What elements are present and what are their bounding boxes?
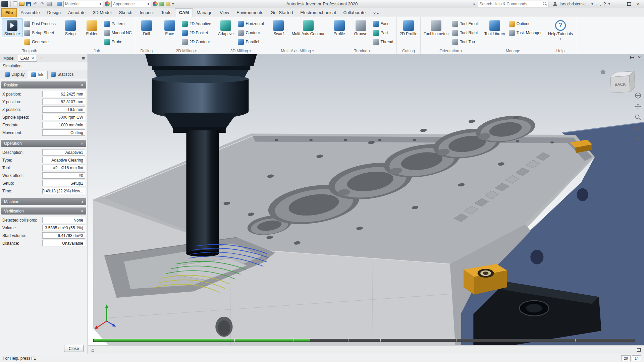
tool-library-button[interactable]: Tool Library xyxy=(482,18,507,37)
ribbon-tab-tools[interactable]: Tools xyxy=(157,9,175,17)
section-header-position[interactable]: Position « xyxy=(1,81,86,88)
window-maximize-button[interactable] xyxy=(625,1,633,7)
tool-front-button[interactable]: Tool Front xyxy=(451,19,480,28)
panel-expand-icon[interactable]: ▸ xyxy=(474,2,476,6)
zoom-icon[interactable] xyxy=(635,114,641,121)
panel-label-manage[interactable]: Manage xyxy=(482,48,544,54)
redo-icon[interactable]: ↷ xyxy=(40,1,45,7)
material-dropdown[interactable]: Material ▾ xyxy=(63,1,103,7)
feedrate-field[interactable]: 1000 mm/min xyxy=(42,122,85,128)
description-field[interactable]: Adaptive1 xyxy=(42,149,85,156)
task-manager-button[interactable]: Task Manager xyxy=(508,28,544,37)
2d-adaptive-button[interactable]: 2D Adaptive xyxy=(181,19,213,28)
setup-button[interactable]: Setup xyxy=(60,18,81,37)
panel-label-turning[interactable]: Turning▾ xyxy=(329,48,395,54)
search-icon[interactable] xyxy=(543,2,547,6)
setup-sheet-button[interactable]: Setup Sheet xyxy=(23,28,58,37)
search-input[interactable] xyxy=(478,1,548,7)
post-process-button[interactable]: Post Process xyxy=(23,19,58,28)
pattern-button[interactable]: Pattern xyxy=(103,19,134,28)
face-button[interactable]: Face xyxy=(159,18,180,37)
ribbon-tab-inspect[interactable]: Inspect xyxy=(136,9,157,17)
ribbon-tab-assemble[interactable]: Assemble xyxy=(17,9,43,17)
options-button[interactable]: Options xyxy=(508,19,544,28)
drill-button[interactable]: Drill xyxy=(136,18,157,37)
multi-axis-contour-button[interactable]: Multi-Axis Contour xyxy=(289,18,326,37)
section-header-operation[interactable]: Operation « xyxy=(1,140,86,147)
new-file-icon[interactable] xyxy=(13,1,17,6)
swarf-button[interactable]: Swarf xyxy=(268,18,289,37)
ribbon-tab-sketch[interactable]: Sketch xyxy=(115,9,136,17)
orbit-icon[interactable] xyxy=(635,125,641,131)
browser-menu-icon[interactable]: ≡ xyxy=(82,55,86,61)
start-volume-field[interactable]: 6.41793 dm^3 xyxy=(42,232,85,239)
help-menu-chevron[interactable]: ▾ xyxy=(608,2,610,6)
open-icon[interactable] xyxy=(19,2,24,6)
groove-button[interactable]: Groove xyxy=(351,18,371,37)
ribbon-tab-3d-model[interactable]: 3D Model xyxy=(89,9,115,17)
2d-profile-button[interactable]: 2D Profile xyxy=(398,18,420,37)
add-tab-button[interactable]: + xyxy=(38,56,44,61)
detected-collisions-field[interactable]: None xyxy=(42,217,85,223)
y-position-field[interactable]: -82.8107 mm xyxy=(42,99,85,105)
home-view-icon[interactable]: ⌂ xyxy=(91,347,94,353)
ribbon-tab-view[interactable]: View xyxy=(216,9,233,17)
panel-label-orientation[interactable]: Orientation▾ xyxy=(422,48,480,54)
2d-pocket-button[interactable]: 2D Pocket xyxy=(181,28,213,37)
work-offset-field[interactable]: #0 xyxy=(42,172,85,179)
ribbon-tab-collaborate[interactable]: Collaborate xyxy=(339,9,369,17)
ribbon-display-options[interactable]: ▾ xyxy=(371,12,381,17)
ribbon-tab-manage[interactable]: Manage xyxy=(193,9,216,17)
volume-field[interactable]: 3.5385 dm^3 (55.1%) xyxy=(42,225,85,231)
folder-button[interactable]: Folder xyxy=(82,18,102,37)
panel-label-toolpath[interactable]: Toolpath xyxy=(2,48,58,54)
contour-button[interactable]: Contour xyxy=(237,28,266,37)
viewport-tile-button[interactable] xyxy=(629,55,635,60)
ribbon-tab-environments[interactable]: Environments xyxy=(233,9,267,17)
2d-contour-button[interactable]: 2D Contour xyxy=(181,37,213,46)
appearance-dropdown[interactable]: Appearance ▾ xyxy=(111,1,151,7)
section-header-verification[interactable]: Verification « xyxy=(1,207,86,215)
adaptive-button[interactable]: Adaptive xyxy=(215,18,236,37)
ribbon-tab-cam[interactable]: CAM xyxy=(175,8,193,17)
simulate-button[interactable]: Simulate xyxy=(2,18,22,37)
panel-label-help[interactable]: Help xyxy=(546,48,575,54)
z-position-field[interactable]: -16.5 mm xyxy=(42,106,85,113)
pan-icon[interactable] xyxy=(635,103,641,110)
material-paint-icon[interactable] xyxy=(57,2,62,6)
panel-label-cutting[interactable]: Cutting xyxy=(398,48,420,54)
3d-viewport[interactable]: BACK ✕ xyxy=(88,54,644,345)
appearance-wheel-icon[interactable] xyxy=(153,1,158,6)
qat-customize-chevron[interactable]: ▾ xyxy=(172,2,174,6)
tab-info[interactable]: Info xyxy=(28,71,48,79)
tab-display[interactable]: Display xyxy=(2,70,28,79)
cam-browser-tab[interactable]: CAM✕ xyxy=(18,55,37,62)
signed-in-user[interactable]: lars.christense... xyxy=(560,2,589,6)
movement-field[interactable]: Cutting xyxy=(42,129,85,136)
horizontal-button[interactable]: Horizontal xyxy=(237,19,266,28)
turning-thread-button[interactable]: Thread xyxy=(372,37,395,46)
time-field[interactable]: 0:49:13 (22.2%) New... xyxy=(42,188,85,194)
tool-isometric-button[interactable]: Tool Isometric xyxy=(422,18,450,37)
turning-part-button[interactable]: Part xyxy=(372,28,395,37)
3d-scene[interactable]: BACK xyxy=(88,54,644,345)
tool-field[interactable]: #2 - Ø16 mm flat xyxy=(42,165,85,171)
type-field[interactable]: Adaptive Clearing xyxy=(42,157,85,163)
panel-label-2d-milling[interactable]: 2D Milling▾ xyxy=(159,48,213,54)
model-browser-dropdown[interactable]: Model xyxy=(1,55,16,61)
tab-statistics[interactable]: Statistics xyxy=(48,70,77,79)
profile-button[interactable]: Profile xyxy=(329,18,350,37)
sheet-icon[interactable] xyxy=(637,348,641,352)
tool-top-button[interactable]: Tool Top xyxy=(451,37,480,46)
manual-nc-button[interactable]: Manual NC xyxy=(103,28,134,37)
inventor-logo-icon[interactable] xyxy=(1,1,8,7)
close-button[interactable]: Close xyxy=(64,345,84,352)
viewport-close-button[interactable]: ✕ xyxy=(637,55,642,60)
print-icon[interactable] xyxy=(47,2,52,6)
help-tutorials-button[interactable]: Help/Tutorials ▾ xyxy=(546,18,575,42)
probe-button[interactable]: Probe xyxy=(103,37,134,46)
help-icon[interactable]: ? xyxy=(603,1,606,6)
ribbon-tab-get-started[interactable]: Get Started xyxy=(267,9,297,17)
look-at-icon[interactable] xyxy=(635,135,641,142)
spindle-speed-field[interactable]: 5000 rpm CW xyxy=(42,114,85,120)
